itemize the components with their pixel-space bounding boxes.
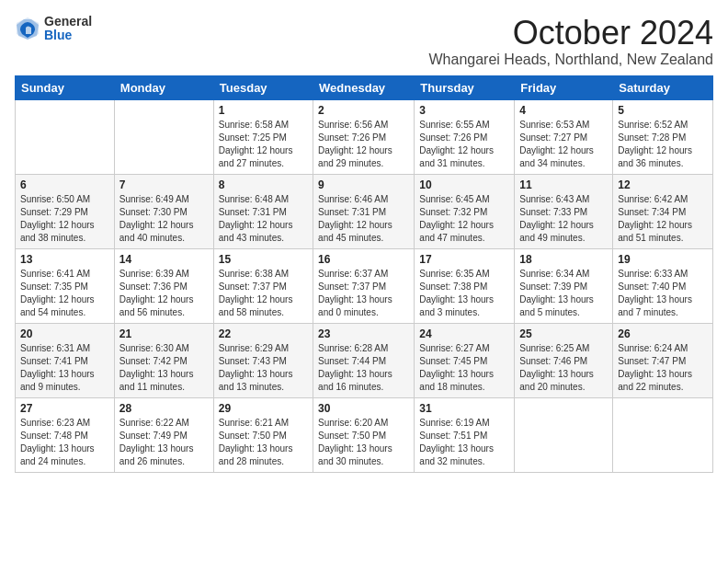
- calendar-week-5: 27Sunrise: 6:23 AM Sunset: 7:48 PM Dayli…: [16, 397, 713, 472]
- weekday-header-sunday: Sunday: [16, 75, 115, 99]
- day-number: 16: [318, 253, 409, 266]
- calendar-cell: 3Sunrise: 6:55 AM Sunset: 7:26 PM Daylig…: [415, 99, 515, 174]
- calendar-cell: 31Sunrise: 6:19 AM Sunset: 7:51 PM Dayli…: [415, 397, 515, 472]
- day-number: 29: [219, 402, 308, 415]
- day-info: Sunrise: 6:42 AM Sunset: 7:34 PM Dayligh…: [618, 193, 708, 245]
- day-info: Sunrise: 6:55 AM Sunset: 7:26 PM Dayligh…: [419, 119, 509, 170]
- weekday-header-row: SundayMondayTuesdayWednesdayThursdayFrid…: [16, 75, 713, 99]
- calendar-cell: 13Sunrise: 6:41 AM Sunset: 7:35 PM Dayli…: [16, 248, 115, 323]
- day-info: Sunrise: 6:31 AM Sunset: 7:41 PM Dayligh…: [20, 342, 109, 394]
- day-info: Sunrise: 6:49 AM Sunset: 7:30 PM Dayligh…: [119, 193, 209, 245]
- weekday-header-saturday: Saturday: [613, 75, 713, 99]
- calendar-cell: 7Sunrise: 6:49 AM Sunset: 7:30 PM Daylig…: [114, 174, 213, 248]
- day-info: Sunrise: 6:37 AM Sunset: 7:37 PM Dayligh…: [318, 268, 409, 319]
- calendar-cell: 16Sunrise: 6:37 AM Sunset: 7:37 PM Dayli…: [313, 248, 415, 323]
- day-info: Sunrise: 6:29 AM Sunset: 7:43 PM Dayligh…: [219, 342, 308, 394]
- calendar-cell: 21Sunrise: 6:30 AM Sunset: 7:42 PM Dayli…: [114, 323, 213, 397]
- day-number: 7: [119, 178, 209, 191]
- calendar-cell: 17Sunrise: 6:35 AM Sunset: 7:38 PM Dayli…: [415, 248, 515, 323]
- day-info: Sunrise: 6:48 AM Sunset: 7:31 PM Dayligh…: [219, 193, 308, 245]
- day-number: 10: [419, 178, 509, 191]
- day-number: 6: [20, 178, 109, 191]
- weekday-header-wednesday: Wednesday: [313, 75, 415, 99]
- day-info: Sunrise: 6:27 AM Sunset: 7:45 PM Dayligh…: [419, 342, 509, 394]
- day-info: Sunrise: 6:34 AM Sunset: 7:39 PM Dayligh…: [519, 268, 608, 319]
- day-number: 30: [318, 402, 409, 415]
- calendar-cell: 29Sunrise: 6:21 AM Sunset: 7:50 PM Dayli…: [213, 397, 313, 472]
- day-number: 17: [419, 253, 509, 266]
- calendar-cell: [613, 397, 713, 472]
- day-info: Sunrise: 6:35 AM Sunset: 7:38 PM Dayligh…: [419, 268, 509, 319]
- day-number: 8: [219, 178, 308, 191]
- calendar-cell: 11Sunrise: 6:43 AM Sunset: 7:33 PM Dayli…: [515, 174, 613, 248]
- calendar-cell: 2Sunrise: 6:56 AM Sunset: 7:26 PM Daylig…: [313, 99, 415, 174]
- calendar-cell: 20Sunrise: 6:31 AM Sunset: 7:41 PM Dayli…: [16, 323, 115, 397]
- calendar-week-1: 1Sunrise: 6:58 AM Sunset: 7:25 PM Daylig…: [16, 99, 713, 174]
- calendar-cell: [515, 397, 613, 472]
- logo-icon: [15, 16, 40, 41]
- day-info: Sunrise: 6:58 AM Sunset: 7:25 PM Dayligh…: [219, 119, 308, 170]
- day-info: Sunrise: 6:41 AM Sunset: 7:35 PM Dayligh…: [20, 268, 109, 319]
- day-info: Sunrise: 6:28 AM Sunset: 7:44 PM Dayligh…: [318, 342, 409, 394]
- calendar-cell: 26Sunrise: 6:24 AM Sunset: 7:47 PM Dayli…: [613, 323, 713, 397]
- logo-general-text: General: [44, 15, 92, 29]
- day-number: 22: [219, 327, 308, 340]
- day-number: 28: [119, 402, 209, 415]
- calendar-week-3: 13Sunrise: 6:41 AM Sunset: 7:35 PM Dayli…: [16, 248, 713, 323]
- day-number: 11: [519, 178, 608, 191]
- day-info: Sunrise: 6:45 AM Sunset: 7:32 PM Dayligh…: [419, 193, 509, 245]
- weekday-header-tuesday: Tuesday: [213, 75, 313, 99]
- calendar-cell: 25Sunrise: 6:25 AM Sunset: 7:46 PM Dayli…: [515, 323, 613, 397]
- day-info: Sunrise: 6:33 AM Sunset: 7:40 PM Dayligh…: [618, 268, 708, 319]
- day-number: 24: [419, 327, 509, 340]
- calendar-cell: 12Sunrise: 6:42 AM Sunset: 7:34 PM Dayli…: [613, 174, 713, 248]
- weekday-header-thursday: Thursday: [415, 75, 515, 99]
- day-number: 20: [20, 327, 109, 340]
- calendar-table: SundayMondayTuesdayWednesdayThursdayFrid…: [15, 75, 713, 473]
- day-number: 14: [119, 253, 209, 266]
- day-info: Sunrise: 6:19 AM Sunset: 7:51 PM Dayligh…: [419, 417, 509, 468]
- title-block: October 2024 Whangarei Heads, Northland,…: [429, 15, 714, 68]
- calendar-cell: 14Sunrise: 6:39 AM Sunset: 7:36 PM Dayli…: [114, 248, 213, 323]
- logo-blue-text: Blue: [44, 29, 92, 42]
- calendar-cell: 30Sunrise: 6:20 AM Sunset: 7:50 PM Dayli…: [313, 397, 415, 472]
- day-number: 3: [419, 104, 509, 117]
- day-number: 18: [519, 253, 608, 266]
- day-number: 25: [519, 327, 608, 340]
- day-number: 26: [618, 327, 708, 340]
- logo: General Blue: [15, 15, 92, 43]
- day-number: 4: [519, 104, 608, 117]
- logo-text: General Blue: [44, 15, 92, 43]
- day-info: Sunrise: 6:39 AM Sunset: 7:36 PM Dayligh…: [119, 268, 209, 319]
- day-info: Sunrise: 6:30 AM Sunset: 7:42 PM Dayligh…: [119, 342, 209, 394]
- day-number: 21: [119, 327, 209, 340]
- calendar-cell: 5Sunrise: 6:52 AM Sunset: 7:28 PM Daylig…: [613, 99, 713, 174]
- day-number: 23: [318, 327, 409, 340]
- day-number: 27: [20, 402, 109, 415]
- calendar-week-4: 20Sunrise: 6:31 AM Sunset: 7:41 PM Dayli…: [16, 323, 713, 397]
- weekday-header-friday: Friday: [515, 75, 613, 99]
- day-info: Sunrise: 6:22 AM Sunset: 7:49 PM Dayligh…: [119, 417, 209, 468]
- calendar-cell: 4Sunrise: 6:53 AM Sunset: 7:27 PM Daylig…: [515, 99, 613, 174]
- day-info: Sunrise: 6:52 AM Sunset: 7:28 PM Dayligh…: [618, 119, 708, 170]
- calendar-cell: 27Sunrise: 6:23 AM Sunset: 7:48 PM Dayli…: [16, 397, 115, 472]
- calendar-cell: 9Sunrise: 6:46 AM Sunset: 7:31 PM Daylig…: [313, 174, 415, 248]
- calendar-cell: [114, 99, 213, 174]
- calendar-cell: 23Sunrise: 6:28 AM Sunset: 7:44 PM Dayli…: [313, 323, 415, 397]
- calendar-cell: 15Sunrise: 6:38 AM Sunset: 7:37 PM Dayli…: [213, 248, 313, 323]
- day-number: 2: [318, 104, 409, 117]
- calendar-week-2: 6Sunrise: 6:50 AM Sunset: 7:29 PM Daylig…: [16, 174, 713, 248]
- day-info: Sunrise: 6:25 AM Sunset: 7:46 PM Dayligh…: [519, 342, 608, 394]
- month-title: October 2024: [429, 15, 714, 52]
- calendar-cell: 8Sunrise: 6:48 AM Sunset: 7:31 PM Daylig…: [213, 174, 313, 248]
- day-number: 9: [318, 178, 409, 191]
- calendar-cell: [16, 99, 115, 174]
- day-number: 13: [20, 253, 109, 266]
- calendar-cell: 10Sunrise: 6:45 AM Sunset: 7:32 PM Dayli…: [415, 174, 515, 248]
- day-number: 12: [618, 178, 708, 191]
- day-info: Sunrise: 6:21 AM Sunset: 7:50 PM Dayligh…: [219, 417, 308, 468]
- day-number: 1: [219, 104, 308, 117]
- day-info: Sunrise: 6:20 AM Sunset: 7:50 PM Dayligh…: [318, 417, 409, 468]
- day-info: Sunrise: 6:38 AM Sunset: 7:37 PM Dayligh…: [219, 268, 308, 319]
- day-info: Sunrise: 6:50 AM Sunset: 7:29 PM Dayligh…: [20, 193, 109, 245]
